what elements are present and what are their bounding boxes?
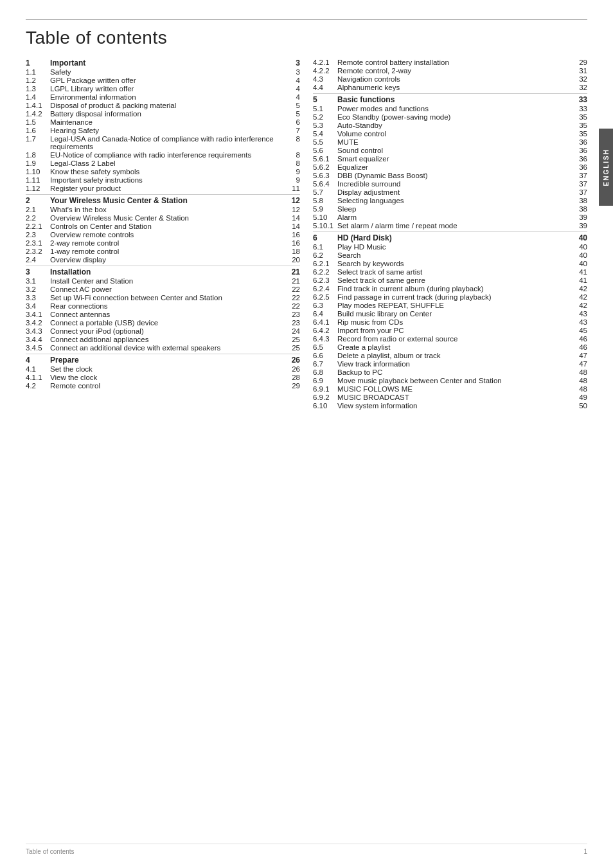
toc-entry: 2.3.21-way remote control18 bbox=[26, 248, 300, 255]
toc-entry-num: 6.6 bbox=[313, 352, 337, 359]
toc-entry: 5.6.1Smart equalizer36 bbox=[313, 155, 587, 163]
toc-entry-page: 9 bbox=[286, 176, 300, 184]
toc-entry-label: Incredible surround bbox=[337, 180, 573, 188]
toc-entry: 3.4.2Connect a portable (USB) device23 bbox=[26, 319, 300, 327]
toc-entry-page: 24 bbox=[286, 327, 300, 335]
toc-entry-label: Set up Wi-Fi connection between Center a… bbox=[50, 294, 286, 302]
top-rule bbox=[26, 19, 587, 20]
toc-entry-page: 22 bbox=[286, 285, 300, 293]
toc-entry-page: 21 bbox=[286, 277, 300, 285]
toc-entry: 1.3LGPL Library written offer4 bbox=[26, 85, 300, 93]
toc-entry-num: 1 bbox=[26, 59, 50, 68]
section-divider bbox=[313, 93, 587, 94]
toc-entry-label: Equalizer bbox=[337, 163, 573, 171]
toc-entry-label: View track information bbox=[337, 360, 573, 368]
toc-entry: 1.4.2Battery disposal information5 bbox=[26, 110, 300, 118]
toc-entry: 6.4.2Import from your PC45 bbox=[313, 327, 587, 334]
toc-entry: 5.6.2Equalizer36 bbox=[313, 163, 587, 171]
toc-entry-page: 25 bbox=[286, 336, 300, 343]
toc-entry-label: What's in the box bbox=[50, 206, 286, 213]
toc-entry-num: 3.1 bbox=[26, 277, 50, 285]
toc-entry-page: 3 bbox=[286, 68, 300, 76]
toc-entry: 5.6.3DBB (Dynamic Bass Boost)37 bbox=[313, 172, 587, 179]
toc-entry-num: 1.8 bbox=[26, 151, 50, 159]
toc-entry-page: 3 bbox=[286, 59, 300, 68]
toc-entry-num: 1.4 bbox=[26, 93, 50, 101]
toc-entry-num: 2.4 bbox=[26, 256, 50, 264]
toc-entry: 5Basic functions33 bbox=[313, 95, 587, 104]
toc-entry-page: 32 bbox=[573, 75, 587, 83]
toc-entry-label: Smart equalizer bbox=[337, 155, 573, 163]
toc-entry-page: 48 bbox=[573, 368, 587, 376]
toc-entry-num: 1.3 bbox=[26, 85, 50, 93]
toc-entry: 5.1Power modes and functions33 bbox=[313, 105, 587, 113]
toc-entry-label: Know these safety symbols bbox=[50, 168, 286, 176]
toc-entry-page: 47 bbox=[573, 360, 587, 368]
toc-entry-label: Find track in current album (during play… bbox=[337, 285, 573, 293]
toc-entry: 5.5MUTE36 bbox=[313, 138, 587, 146]
toc-entry-page: 36 bbox=[573, 138, 587, 146]
toc-entry-label: Disposal of product & packing material bbox=[50, 102, 286, 109]
toc-entry-label: EU-Notice of compliance with radio inter… bbox=[50, 151, 286, 159]
toc-entry-page: 41 bbox=[573, 268, 587, 276]
toc-entry-page: 26 bbox=[286, 365, 300, 373]
toc-entry-num: 6.1 bbox=[313, 243, 337, 251]
footer-left: Table of contents bbox=[26, 848, 75, 855]
toc-entry-num: 6.4 bbox=[313, 310, 337, 318]
toc-entry-page: 31 bbox=[573, 67, 587, 75]
toc-entry-page: 37 bbox=[573, 188, 587, 196]
toc-entry-label: DBB (Dynamic Bass Boost) bbox=[337, 172, 573, 179]
toc-entry-num: 3.4.5 bbox=[26, 344, 50, 352]
toc-entry-num: 5.6 bbox=[313, 147, 337, 154]
toc-entry: 1.10Know these safety symbols9 bbox=[26, 168, 300, 176]
toc-entry-page: 48 bbox=[573, 377, 587, 384]
toc-entry: 3.1Install Center and Station21 bbox=[26, 277, 300, 285]
toc-entry-page: 40 bbox=[573, 243, 587, 251]
toc-entry-page: 43 bbox=[573, 318, 587, 326]
toc-entry-page: 23 bbox=[286, 319, 300, 327]
toc-entry-page: 16 bbox=[286, 239, 300, 247]
toc-entry: 5.10.1Set alarm / alarm time / repeat mo… bbox=[313, 222, 587, 230]
toc-entry-num: 6 bbox=[313, 233, 337, 242]
toc-entry: 3.4.1Connect antennas23 bbox=[26, 311, 300, 318]
toc-entry-label: GPL Package written offer bbox=[50, 77, 286, 84]
toc-entry: 6.9.1MUSIC FOLLOWS ME48 bbox=[313, 385, 587, 393]
toc-entry: 1.6Hearing Safety7 bbox=[26, 127, 300, 134]
toc-entry-num: 3 bbox=[26, 267, 50, 276]
toc-entry-num: 2.3.2 bbox=[26, 248, 50, 255]
toc-entry: 6.6Delete a playlist, album or track47 bbox=[313, 352, 587, 359]
toc-entry-num: 6.9 bbox=[313, 377, 337, 384]
toc-entry-label: Your Wireless Music Center & Station bbox=[50, 196, 286, 205]
toc-entry: 1.11Important safety instructions9 bbox=[26, 176, 300, 184]
toc-entry-page: 42 bbox=[573, 293, 587, 301]
toc-entry-label: MUSIC BROADCAST bbox=[337, 393, 573, 401]
toc-entry-page: 33 bbox=[573, 105, 587, 113]
toc-entry-label: Alphanumeric keys bbox=[337, 84, 573, 91]
toc-entry-num: 4.4 bbox=[313, 84, 337, 91]
toc-entry-label: View system information bbox=[337, 402, 573, 410]
toc-entry-page: 50 bbox=[573, 402, 587, 410]
toc-entry-page: 39 bbox=[573, 222, 587, 230]
toc-entry-page: 40 bbox=[573, 260, 587, 267]
toc-entry: 3.4.3Connect your iPod (optional)24 bbox=[26, 327, 300, 335]
sidebar-tab-label: ENGLISH bbox=[603, 149, 610, 186]
toc-entry-label: Overview Wireless Music Center & Station bbox=[50, 214, 286, 222]
toc-entry-num: 3.2 bbox=[26, 285, 50, 293]
toc-entry-num: 5.6.2 bbox=[313, 163, 337, 171]
toc-entry-page: 48 bbox=[573, 385, 587, 393]
toc-entry-label: Connect a portable (USB) device bbox=[50, 319, 286, 327]
toc-entry: 5.9Sleep38 bbox=[313, 205, 587, 213]
toc-entry-label: Prepare bbox=[50, 356, 286, 365]
section-divider bbox=[26, 194, 300, 195]
toc-entry-label: Overview display bbox=[50, 256, 286, 264]
toc-entry: 6.2.1Search by keywords40 bbox=[313, 260, 587, 267]
section-divider bbox=[313, 231, 587, 232]
toc-entry-num: 4.2.2 bbox=[313, 67, 337, 75]
toc-entry: 1.2GPL Package written offer4 bbox=[26, 77, 300, 84]
toc-entry-page: 4 bbox=[286, 77, 300, 84]
toc-entry-num: 1.5 bbox=[26, 118, 50, 126]
toc-entry: 4.2Remote control29 bbox=[26, 382, 300, 390]
toc-entry: 1.8EU-Notice of compliance with radio in… bbox=[26, 151, 300, 159]
page-footer: Table of contents 1 bbox=[26, 844, 587, 855]
toc-entry-page: 46 bbox=[573, 335, 587, 343]
